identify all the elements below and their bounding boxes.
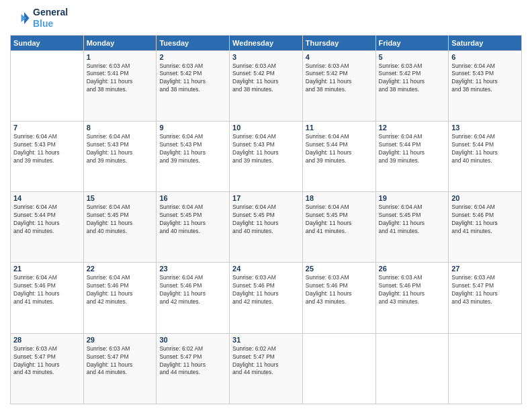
day-number: 12 (379, 124, 446, 132)
day-number: 9 (159, 124, 226, 132)
weekday-header-friday: Friday (375, 35, 449, 50)
day-number: 29 (87, 336, 154, 344)
day-number: 6 (451, 53, 519, 61)
day-info: Sunrise: 6:03 AM Sunset: 5:42 PM Dayligh… (379, 62, 446, 95)
day-number: 1 (87, 53, 154, 61)
day-number: 14 (13, 194, 81, 202)
calendar-cell: 19Sunrise: 6:04 AM Sunset: 5:45 PM Dayli… (375, 192, 449, 263)
day-info: Sunrise: 6:04 AM Sunset: 5:44 PM Dayligh… (379, 133, 446, 165)
day-info: Sunrise: 6:04 AM Sunset: 5:44 PM Dayligh… (13, 203, 81, 236)
week-row-5: 28Sunrise: 6:03 AM Sunset: 5:47 PM Dayli… (11, 333, 522, 404)
calendar-cell: 5Sunrise: 6:03 AM Sunset: 5:42 PM Daylig… (375, 50, 449, 121)
day-number: 3 (232, 53, 300, 61)
calendar-cell: 7Sunrise: 6:04 AM Sunset: 5:43 PM Daylig… (11, 121, 84, 191)
day-info: Sunrise: 6:03 AM Sunset: 5:42 PM Dayligh… (159, 62, 226, 95)
day-number: 21 (13, 265, 81, 273)
day-number: 19 (379, 194, 446, 202)
calendar-cell: 22Sunrise: 6:04 AM Sunset: 5:46 PM Dayli… (83, 263, 157, 333)
day-number: 13 (451, 124, 519, 132)
day-number: 17 (232, 194, 300, 202)
day-number: 2 (159, 53, 226, 61)
calendar-cell: 13Sunrise: 6:04 AM Sunset: 5:44 PM Dayli… (449, 121, 522, 191)
day-info: Sunrise: 6:02 AM Sunset: 5:47 PM Dayligh… (232, 345, 300, 377)
calendar-cell: 24Sunrise: 6:03 AM Sunset: 5:46 PM Dayli… (230, 263, 303, 333)
logo-icon (10, 8, 30, 28)
day-info: Sunrise: 6:04 AM Sunset: 5:43 PM Dayligh… (159, 133, 226, 165)
calendar-cell: 29Sunrise: 6:03 AM Sunset: 5:47 PM Dayli… (83, 333, 157, 404)
day-info: Sunrise: 6:04 AM Sunset: 5:45 PM Dayligh… (379, 203, 446, 236)
calendar-cell (302, 333, 375, 404)
calendar-cell: 8Sunrise: 6:04 AM Sunset: 5:43 PM Daylig… (83, 121, 157, 191)
calendar-cell: 9Sunrise: 6:04 AM Sunset: 5:43 PM Daylig… (157, 121, 230, 191)
weekday-header-wednesday: Wednesday (230, 35, 303, 50)
weekday-header-thursday: Thursday (302, 35, 375, 50)
day-number: 4 (306, 53, 373, 61)
day-info: Sunrise: 6:04 AM Sunset: 5:46 PM Dayligh… (87, 274, 154, 306)
calendar-cell: 21Sunrise: 6:04 AM Sunset: 5:46 PM Dayli… (11, 263, 84, 333)
calendar-cell: 12Sunrise: 6:04 AM Sunset: 5:44 PM Dayli… (375, 121, 449, 191)
day-info: Sunrise: 6:04 AM Sunset: 5:45 PM Dayligh… (87, 203, 154, 236)
day-number: 5 (379, 53, 446, 61)
day-number: 10 (232, 124, 300, 132)
calendar-cell: 28Sunrise: 6:03 AM Sunset: 5:47 PM Dayli… (11, 333, 84, 404)
day-number: 7 (13, 124, 81, 132)
calendar-cell (449, 333, 522, 404)
day-info: Sunrise: 6:03 AM Sunset: 5:47 PM Dayligh… (451, 274, 519, 306)
calendar-cell: 2Sunrise: 6:03 AM Sunset: 5:42 PM Daylig… (157, 50, 230, 121)
day-number: 16 (159, 194, 226, 202)
day-info: Sunrise: 6:03 AM Sunset: 5:42 PM Dayligh… (232, 62, 300, 95)
logo-text: General Blue (33, 7, 68, 30)
day-number: 15 (87, 194, 154, 202)
day-info: Sunrise: 6:04 AM Sunset: 5:45 PM Dayligh… (232, 203, 300, 236)
weekday-header-row: SundayMondayTuesdayWednesdayThursdayFrid… (11, 35, 522, 50)
calendar-cell: 16Sunrise: 6:04 AM Sunset: 5:45 PM Dayli… (157, 192, 230, 263)
day-info: Sunrise: 6:04 AM Sunset: 5:45 PM Dayligh… (159, 203, 226, 236)
day-info: Sunrise: 6:04 AM Sunset: 5:43 PM Dayligh… (87, 133, 154, 165)
day-number: 26 (379, 265, 446, 273)
day-number: 28 (13, 336, 81, 344)
calendar-cell: 10Sunrise: 6:04 AM Sunset: 5:43 PM Dayli… (230, 121, 303, 191)
day-number: 23 (159, 265, 226, 273)
calendar-cell: 1Sunrise: 6:03 AM Sunset: 5:41 PM Daylig… (83, 50, 157, 121)
day-info: Sunrise: 6:04 AM Sunset: 5:45 PM Dayligh… (306, 203, 373, 236)
page: General Blue SundayMondayTuesdayWednesda… (0, 0, 532, 411)
calendar-cell: 15Sunrise: 6:04 AM Sunset: 5:45 PM Dayli… (83, 192, 157, 263)
day-number: 20 (451, 194, 519, 202)
day-info: Sunrise: 6:03 AM Sunset: 5:42 PM Dayligh… (306, 62, 373, 95)
calendar-cell: 23Sunrise: 6:04 AM Sunset: 5:46 PM Dayli… (157, 263, 230, 333)
day-number: 24 (232, 265, 300, 273)
day-info: Sunrise: 6:04 AM Sunset: 5:44 PM Dayligh… (306, 133, 373, 165)
calendar-cell: 3Sunrise: 6:03 AM Sunset: 5:42 PM Daylig… (230, 50, 303, 121)
day-info: Sunrise: 6:04 AM Sunset: 5:43 PM Dayligh… (232, 133, 300, 165)
day-info: Sunrise: 6:04 AM Sunset: 5:46 PM Dayligh… (13, 274, 81, 306)
day-info: Sunrise: 6:04 AM Sunset: 5:46 PM Dayligh… (159, 274, 226, 306)
calendar-cell: 25Sunrise: 6:03 AM Sunset: 5:46 PM Dayli… (302, 263, 375, 333)
calendar-cell: 17Sunrise: 6:04 AM Sunset: 5:45 PM Dayli… (230, 192, 303, 263)
day-info: Sunrise: 6:04 AM Sunset: 5:44 PM Dayligh… (451, 133, 519, 165)
header: General Blue (10, 7, 522, 30)
week-row-3: 14Sunrise: 6:04 AM Sunset: 5:44 PM Dayli… (11, 192, 522, 263)
day-info: Sunrise: 6:04 AM Sunset: 5:43 PM Dayligh… (13, 133, 81, 165)
week-row-1: 1Sunrise: 6:03 AM Sunset: 5:41 PM Daylig… (11, 50, 522, 121)
day-info: Sunrise: 6:03 AM Sunset: 5:46 PM Dayligh… (306, 274, 373, 306)
calendar-cell: 18Sunrise: 6:04 AM Sunset: 5:45 PM Dayli… (302, 192, 375, 263)
calendar-cell: 31Sunrise: 6:02 AM Sunset: 5:47 PM Dayli… (230, 333, 303, 404)
logo: General Blue (10, 7, 68, 30)
day-number: 8 (87, 124, 154, 132)
calendar-cell: 6Sunrise: 6:04 AM Sunset: 5:43 PM Daylig… (449, 50, 522, 121)
calendar: SundayMondayTuesdayWednesdayThursdayFrid… (10, 35, 522, 404)
day-number: 27 (451, 265, 519, 273)
day-number: 18 (306, 194, 373, 202)
day-number: 22 (87, 265, 154, 273)
weekday-header-monday: Monday (83, 35, 157, 50)
calendar-cell: 26Sunrise: 6:03 AM Sunset: 5:46 PM Dayli… (375, 263, 449, 333)
week-row-2: 7Sunrise: 6:04 AM Sunset: 5:43 PM Daylig… (11, 121, 522, 191)
day-number: 30 (159, 336, 226, 344)
day-info: Sunrise: 6:02 AM Sunset: 5:47 PM Dayligh… (159, 345, 226, 377)
week-row-4: 21Sunrise: 6:04 AM Sunset: 5:46 PM Dayli… (11, 263, 522, 333)
calendar-cell: 30Sunrise: 6:02 AM Sunset: 5:47 PM Dayli… (157, 333, 230, 404)
day-number: 25 (306, 265, 373, 273)
calendar-cell (11, 50, 84, 121)
day-info: Sunrise: 6:03 AM Sunset: 5:47 PM Dayligh… (13, 345, 81, 377)
day-number: 11 (306, 124, 373, 132)
